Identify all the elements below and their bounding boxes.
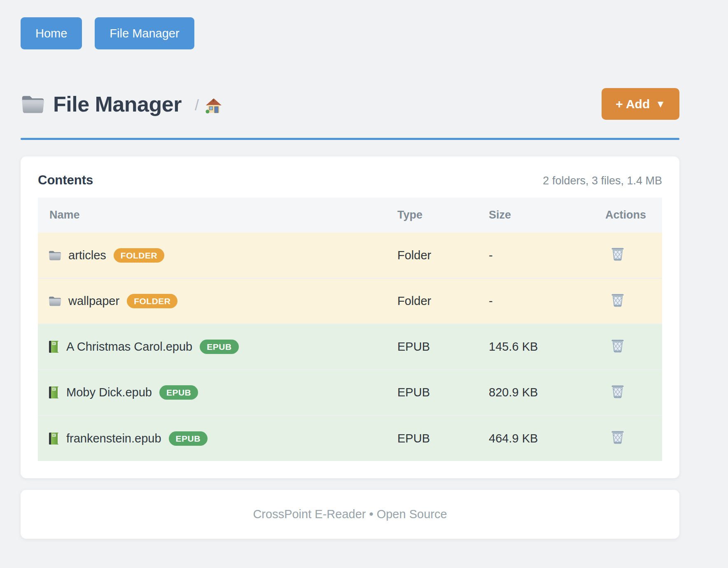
column-header-actions: Actions: [594, 198, 662, 233]
table-header-row: Name Type Size Actions: [38, 198, 662, 233]
trash-icon: [610, 430, 625, 444]
column-header-name: Name: [38, 198, 386, 233]
table-row-moby-dick: Moby Dick.epub EPUB EPUB 820.9 KB: [38, 370, 662, 415]
table-row-christmas-carol: A Christmas Carol.epub EPUB EPUB 145.6 K…: [38, 324, 662, 370]
add-button-label: + Add: [616, 97, 650, 111]
file-manager-button[interactable]: File Manager: [95, 17, 194, 49]
item-type: EPUB: [386, 324, 477, 370]
table-row-articles: articles FOLDER Folder -: [38, 233, 662, 278]
delete-button[interactable]: [610, 430, 625, 444]
column-header-type: Type: [386, 198, 477, 233]
item-size: -: [477, 233, 594, 278]
folder-icon: [21, 94, 45, 114]
table-row-frankenstein: frankenstein.epub EPUB EPUB 464.9 KB: [38, 415, 662, 461]
table-row-wallpaper: wallpaper FOLDER Folder -: [38, 278, 662, 324]
book-icon: [48, 432, 60, 445]
book-icon: [48, 340, 60, 353]
item-size: 464.9 KB: [477, 415, 594, 461]
trash-icon: [610, 247, 625, 261]
trash-icon: [610, 338, 625, 353]
folder-badge: FOLDER: [127, 294, 177, 308]
epub-badge: EPUB: [200, 340, 238, 354]
item-type: Folder: [386, 278, 477, 324]
folder-icon: [48, 295, 62, 307]
trash-icon: [610, 293, 625, 307]
footer-card: CrossPoint E-Reader • Open Source: [21, 490, 679, 539]
header-divider: [21, 138, 679, 140]
trash-icon: [610, 384, 625, 398]
column-header-size: Size: [477, 198, 594, 233]
contents-card-header: Contents 2 folders, 3 files, 1.4 MB: [38, 173, 662, 188]
top-nav: Home File Manager: [21, 17, 679, 49]
item-size: -: [477, 278, 594, 324]
item-name-link[interactable]: wallpaper: [68, 294, 119, 308]
delete-button[interactable]: [610, 384, 625, 398]
footer-text: CrossPoint E-Reader • Open Source: [253, 507, 447, 521]
book-icon: [48, 386, 60, 399]
item-name-link[interactable]: Moby Dick.epub: [66, 386, 152, 399]
item-type: EPUB: [386, 415, 477, 461]
delete-button[interactable]: [610, 293, 625, 307]
home-breadcrumb-icon[interactable]: [205, 98, 222, 114]
item-size: 145.6 KB: [477, 324, 594, 370]
title-group: File Manager /: [21, 92, 222, 116]
page-title: File Manager: [53, 92, 182, 116]
chevron-down-icon: ▼: [656, 98, 665, 110]
item-name-link[interactable]: A Christmas Carol.epub: [66, 340, 192, 354]
delete-button[interactable]: [610, 338, 625, 353]
contents-heading: Contents: [38, 173, 93, 188]
item-type: Folder: [386, 233, 477, 278]
contents-table: Name Type Size Actions articles FOLDER F…: [38, 198, 662, 461]
epub-badge: EPUB: [159, 385, 198, 400]
item-size: 820.9 KB: [477, 370, 594, 415]
item-name-link[interactable]: articles: [68, 249, 106, 262]
home-button[interactable]: Home: [21, 17, 82, 49]
folder-icon: [48, 249, 62, 261]
page-header: File Manager / + Add ▼: [21, 88, 679, 120]
contents-card: Contents 2 folders, 3 files, 1.4 MB Name…: [21, 156, 679, 478]
item-name-link[interactable]: frankenstein.epub: [66, 432, 161, 445]
breadcrumb-separator: /: [195, 97, 199, 114]
epub-badge: EPUB: [169, 431, 208, 446]
item-type: EPUB: [386, 370, 477, 415]
delete-button[interactable]: [610, 247, 625, 261]
add-button[interactable]: + Add ▼: [602, 88, 679, 120]
folder-badge: FOLDER: [114, 248, 164, 263]
page-container: Home File Manager File Manager / + Add ▼…: [21, 0, 679, 539]
contents-summary: 2 folders, 3 files, 1.4 MB: [543, 175, 662, 187]
